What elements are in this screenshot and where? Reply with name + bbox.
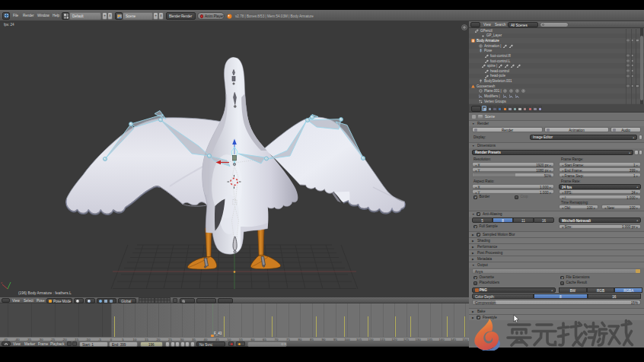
- svg-text:fps: 24: fps: 24: [4, 23, 14, 27]
- svg-text:x: x: [1, 281, 2, 284]
- svg-text:(196) Body Armature : feathers: (196) Body Armature : feathers.L: [18, 291, 72, 295]
